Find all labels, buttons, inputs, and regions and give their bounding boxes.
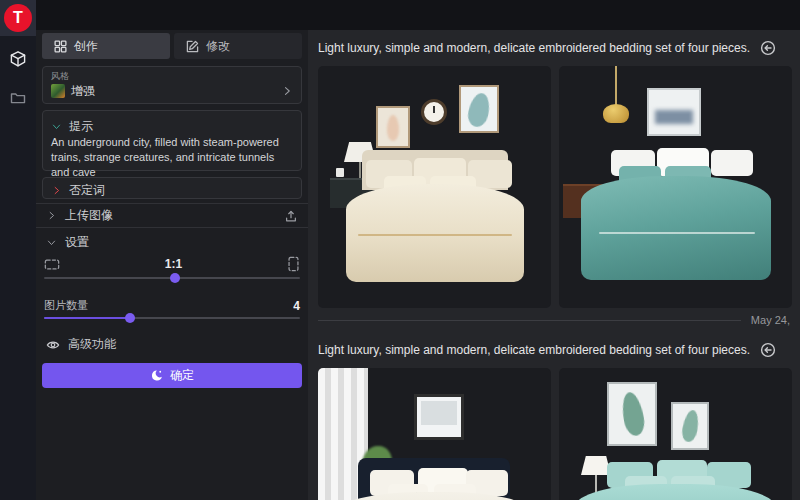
results-area: Light luxury, simple and modern, delicat… [308,30,800,500]
scene-art-leaf [680,409,700,443]
slider-fill [44,317,130,319]
negative-header: 否定词 [51,182,105,199]
generation-prompt-row: Light luxury, simple and modern, delicat… [318,342,776,358]
scene-lamp-pole [359,162,361,178]
upload-label: 上传图像 [65,207,276,224]
image-count-row: 图片数量 4 [44,298,300,313]
generated-image[interactable] [559,66,792,308]
prompt-header: 提示 [51,118,93,135]
mode-tabs: 创作 修改 [42,33,302,59]
scene-bed-duvet [581,176,771,280]
confirm-label: 确定 [170,367,194,384]
folder-icon [10,90,26,106]
generated-image[interactable] [318,66,551,308]
generated-images-row [318,368,792,500]
reuse-prompt-button[interactable] [760,40,776,56]
prompt-label: 提示 [69,118,93,135]
sidebar-item-workspace[interactable] [0,44,36,74]
advanced-label: 高级功能 [68,336,116,353]
app-window: T 创作 [0,0,800,500]
style-row: 增强 [51,82,293,100]
scene-wall-clock [421,99,447,125]
settings-section-header[interactable]: 设置 [46,234,89,251]
tab-modify[interactable]: 修改 [174,33,302,59]
moon-icon [150,369,163,382]
tab-modify-label: 修改 [206,38,230,55]
chevron-right-icon [51,185,62,196]
generation-prompt-row: Light luxury, simple and modern, delicat… [318,40,776,56]
logo-letter: T [13,9,23,27]
confirm-button[interactable]: 确定 [42,363,302,388]
scene-art-feather [387,115,399,141]
divider-line [318,320,741,321]
top-bar [0,0,800,30]
style-value: 增强 [71,83,275,100]
scene-art-frame [414,394,464,440]
aspect-ratio-slider[interactable] [44,273,300,283]
scene-bed-duvet [346,184,524,282]
generated-image[interactable] [318,368,551,500]
aspect-ratio-value: 1:1 [60,257,287,271]
scene-gold-pendant-lamp [603,104,629,123]
image-count-value: 4 [293,299,300,313]
scene-art-frame [671,402,709,450]
style-thumbnail [51,84,65,98]
edit-icon [186,40,199,53]
cube-icon [9,50,27,68]
eye-icon [46,338,60,352]
chevron-down-icon [51,121,62,132]
negative-label: 否定词 [69,182,105,199]
tab-create-label: 创作 [74,38,98,55]
generation-footer: May 24, [318,312,792,328]
generated-image[interactable] [559,368,792,500]
chevron-right-icon [281,85,293,97]
scene-art-frame [376,106,410,148]
scene-pillow [711,150,753,176]
advanced-features-toggle[interactable]: 高级功能 [46,336,116,353]
scene-art-abstract [421,401,457,425]
generation-prompt-text: Light luxury, simple and modern, delicat… [318,343,750,357]
scene-art-frame [459,85,499,133]
scene-embroidery-trim [599,232,755,234]
control-panel: 创作 修改 风格 增强 [36,30,308,500]
circled-back-arrow-icon [760,40,776,56]
scene-embroidery-trim [358,234,512,236]
chevron-right-icon [46,210,57,221]
sidebar-item-files[interactable] [0,83,36,113]
style-selector[interactable]: 风格 增强 [42,66,302,104]
upload-image-section[interactable]: 上传图像 [36,203,308,228]
circled-back-arrow-icon [760,342,776,358]
sidebar-rail: T [0,0,36,500]
landscape-icon [44,258,60,271]
prompt-editor[interactable]: 提示 An underground city, filled with stea… [42,110,302,171]
prompt-text[interactable]: An underground city, filled with steam-p… [51,135,295,180]
generated-images-row [318,66,792,308]
upload-icon[interactable] [284,209,298,223]
generation-prompt-text: Light luxury, simple and modern, delicat… [318,41,750,55]
grid-icon [54,40,67,53]
slider-thumb[interactable] [170,273,180,283]
scene-pendant-cord [615,66,617,106]
portrait-icon [287,256,300,272]
scene-art-frame [607,382,657,446]
scene-art-leaf [619,391,646,438]
aspect-ratio-row: 1:1 [44,256,300,272]
slider-thumb[interactable] [125,313,135,323]
scene-art-abstract [655,110,693,124]
image-count-slider[interactable] [44,313,300,323]
tab-create[interactable]: 创作 [42,33,170,59]
scene-art-frame [647,88,701,136]
chevron-down-icon [46,237,57,248]
settings-label: 设置 [65,234,89,251]
generation-date: May 24, [751,314,792,326]
scene-small-pot [336,168,344,177]
reuse-prompt-button[interactable] [760,342,776,358]
logo-avatar[interactable]: T [4,4,32,32]
image-count-label: 图片数量 [44,298,293,313]
negative-prompt-section[interactable]: 否定词 [42,177,302,199]
scene-art-leaf [466,91,493,128]
